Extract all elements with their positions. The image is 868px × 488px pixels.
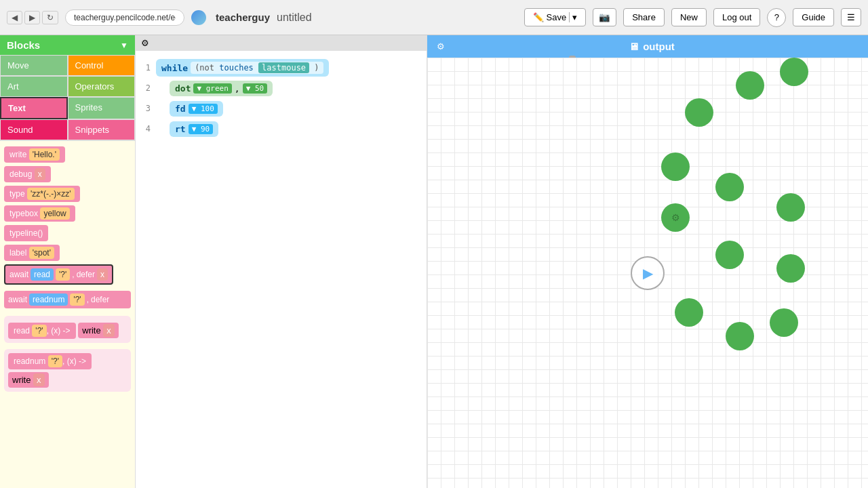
dot-block[interactable]: dot ▼ green, ▼ 50 [170,81,273,96]
output-title-area: ⚙ [437,41,445,52]
play-button[interactable]: ▶ [631,256,665,290]
green-dropdown[interactable]: ▼ green [193,83,231,94]
question-mark: '?' [56,268,70,281]
camera-button[interactable]: 📷 [593,8,616,26]
write-block[interactable]: write 'Hello.' [4,146,65,163]
blocks-label: Blocks [7,39,40,51]
dot-1 [685,98,713,127]
while-block[interactable]: while (not touches lastmouse ) [156,59,329,77]
sidebar-item-operators[interactable]: Operators [68,76,136,97]
sidebar-item-sound[interactable]: Sound [0,119,68,140]
write-x-block[interactable]: write x [78,323,119,338]
guide-button[interactable]: Guide [793,8,834,26]
save-button[interactable]: ✏️ Save ▾ [524,8,587,26]
code-line-4: 4 rt ▼ 90 [136,119,427,139]
dot-keyword: dot [175,83,191,94]
dot-2 [736,71,764,100]
not-keyword: (not [195,63,219,73]
50-dropdown[interactable]: ▼ 50 [243,83,268,94]
dot-7: ⚙ [661,203,690,232]
blocks-list: write 'Hello.' debug x type 'zz*(-.-)×zz… [0,141,135,400]
while-keyword: while [161,63,188,73]
readnum-group: readnum '?', (x) -> write x [4,349,131,392]
output-title: 🖥 output [629,41,675,52]
write-label: write 'Hello.' [9,150,60,159]
main: Blocks ▼ Move Control Art Operators Text… [0,35,868,488]
typebox-label: typebox yellow [9,209,70,218]
code-line-2: 2 dot ▼ green, ▼ 50 [136,78,427,98]
rt-keyword: rt [175,124,186,134]
dot-9 [776,254,805,283]
sidebar: Blocks ▼ Move Control Art Operators Text… [0,35,136,488]
code-toolbar: ⚙ [136,35,427,51]
share-button[interactable]: Share [623,8,665,26]
dot-6 [776,193,805,222]
menu-button[interactable]: ☰ [841,8,861,26]
code-line-3: 3 fd ▼ 100 [136,98,427,119]
monitor-icon: 🖥 [629,41,639,52]
line-num-4: 4 [136,124,156,134]
gear-icon[interactable]: ⚙ [141,38,149,48]
typeline-block[interactable]: typeline() [4,225,48,241]
dot-5 [715,173,744,201]
lastmouse-block[interactable]: lastmouse [258,62,309,73]
typebox-block[interactable]: typebox yellow [4,205,75,222]
back-button[interactable]: ◀ [7,11,22,24]
question-mark2: '?' [70,293,84,306]
output-canvas[interactable]: ⚙ ▶ [427,58,868,488]
blocks-dropdown-icon[interactable]: ▼ [120,41,128,50]
sidebar-item-sprites[interactable]: Sprites [68,97,136,119]
x-var: x [97,268,108,281]
refresh-button[interactable]: ↻ [42,11,58,24]
await-read-block[interactable]: await read '?', defer x [4,264,113,285]
save-dropdown-icon[interactable]: ▾ [569,12,577,22]
readnum-outer-block[interactable]: readnum '?', (x) -> [8,353,92,369]
title-input[interactable] [277,12,412,24]
label-label: label 'spot' [9,248,54,258]
sidebar-item-text[interactable]: Text [0,97,68,119]
await-readnum-block[interactable]: await readnum '?', defer [4,291,131,308]
90-dropdown[interactable]: ▼ 90 [189,124,214,134]
code-line-1: 1 while (not touches lastmouse ) [136,58,427,78]
topbar: ◀ ▶ ↻ teacherguy ✏️ Save ▾ 📷 Share New L… [0,0,868,35]
help-button[interactable]: ? [767,8,786,27]
touches-keyword: touches [219,63,258,73]
read-outer-block[interactable]: read '?', (x) -> [8,323,76,339]
sidebar-item-art[interactable]: Art [0,76,68,97]
label-block[interactable]: label 'spot' [4,245,60,261]
typeline-label: typeline() [9,228,43,238]
new-button[interactable]: New [671,8,707,26]
defer-label: defer [77,270,95,279]
forward-button[interactable]: ▶ [24,11,40,24]
dot-10 [675,298,703,327]
fd-keyword: fd [175,104,186,114]
dot-4 [661,152,690,181]
output-header: ⚙ 🖥 output [427,35,868,58]
write-x2-block[interactable]: write x [8,372,49,388]
line-num-2: 2 [136,83,156,93]
dot-12 [770,308,798,337]
dot-8 [715,241,744,269]
fd-block[interactable]: fd ▼ 100 [170,101,223,117]
nav-arrows: ◀ ▶ ↻ [7,11,58,24]
sidebar-item-move[interactable]: Move [0,55,68,76]
gear-icon-output[interactable]: ⚙ [437,41,445,52]
logo-icon [191,10,206,25]
rt-block[interactable]: rt ▼ 90 [170,121,218,137]
defer2-label: defer [91,295,109,304]
dot-3 [780,58,808,86]
type-block[interactable]: type 'zz*(-.-)×zz' [4,186,80,202]
debug-block[interactable]: debug x [4,166,51,182]
sidebar-item-control[interactable]: Control [68,55,136,76]
sidebar-item-snippets[interactable]: Snippets [68,119,136,140]
type-label: type 'zz*(-.-)×zz' [9,189,75,199]
logo-text: teacherguy [216,12,270,23]
line-num-1: 1 [136,63,156,73]
logout-button[interactable]: Log out [713,8,760,26]
debug-label: debug x [9,169,45,179]
url-bar[interactable] [65,9,184,26]
await2-label: await [8,295,27,304]
line-num-3: 3 [136,104,156,113]
while-condition: (not touches lastmouse ) [191,62,323,74]
100-dropdown[interactable]: ▼ 100 [189,104,218,114]
